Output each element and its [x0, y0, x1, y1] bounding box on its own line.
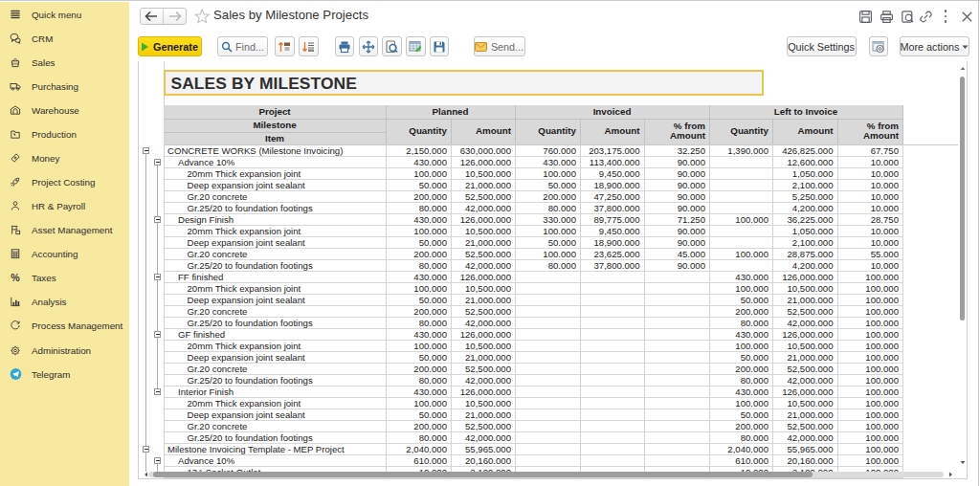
svg-text:%: %	[11, 272, 20, 283]
